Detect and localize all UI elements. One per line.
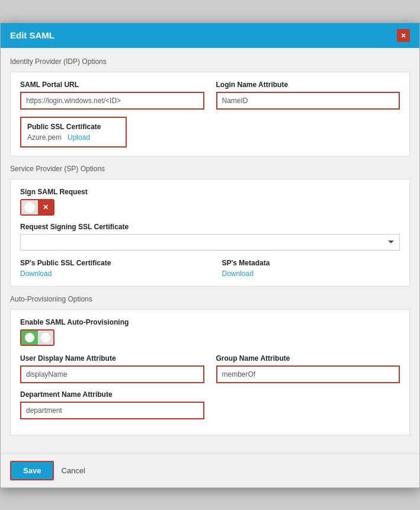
dept-name-input[interactable]	[20, 402, 204, 419]
toggle-circle-right	[41, 333, 50, 342]
user-display-input[interactable]	[20, 365, 204, 383]
user-display-group: User Display Name Attribute	[20, 354, 204, 383]
save-button[interactable]: Save	[10, 461, 54, 480]
sign-saml-toggle-container: ✕	[20, 199, 400, 216]
enable-toggle-container	[20, 329, 400, 346]
auto-prov-row1: User Display Name Attribute Group Name A…	[20, 354, 400, 383]
sp-public-ssl-col: SP's Public SSL Certificate Download	[20, 259, 198, 278]
login-name-label: Login Name Attribute	[216, 81, 400, 89]
sp-section-box: Sign SAML Request ✕ Request Signing SSL …	[10, 179, 410, 287]
enable-auto-prov-group: Enable SAML Auto-Provisioning	[20, 318, 400, 346]
saml-url-group: SAML Portal URL	[20, 81, 204, 110]
modal-body: Identity Provider (IDP) Options SAML Por…	[1, 48, 419, 453]
login-name-input[interactable]	[216, 92, 400, 110]
sp-public-ssl-label: SP's Public SSL Certificate	[20, 259, 198, 267]
ssl-upload-link[interactable]: Upload	[68, 133, 90, 142]
cancel-button[interactable]: Cancel	[61, 466, 85, 475]
sp-section-title: Service Provider (SP) Options	[10, 165, 410, 173]
saml-url-label: SAML Portal URL	[20, 81, 204, 89]
sp-metadata-col: SP's Metadata Download	[222, 259, 400, 278]
group-name-group: Group Name Attribute	[216, 354, 400, 383]
sign-saml-toggle[interactable]: ✕	[20, 199, 54, 216]
request-signing-group: Request Signing SSL Certificate	[20, 223, 400, 251]
sp-cert-row: SP's Public SSL Certificate Download SP'…	[20, 259, 400, 278]
sp-metadata-label: SP's Metadata	[222, 259, 400, 267]
group-name-input[interactable]	[216, 365, 400, 383]
auto-prov-section-title: Auto-Provisioning Options	[10, 295, 410, 303]
modal-title: Edit SAML	[10, 30, 54, 40]
dept-name-label: Department Name Attribute	[20, 390, 204, 399]
idp-form-row: SAML Portal URL Login Name Attribute	[20, 81, 400, 110]
request-signing-select[interactable]	[20, 234, 400, 251]
toggle-off-part: ✕	[38, 200, 53, 214]
idp-section-title: Identity Provider (IDP) Options	[10, 57, 410, 66]
sp-metadata-download[interactable]: Download	[222, 270, 254, 278]
auto-prov-section-box: Enable SAML Auto-Provisioning User Di	[10, 309, 410, 435]
toggle-right-part	[38, 331, 53, 345]
dept-name-group: Department Name Attribute	[20, 390, 204, 419]
sign-saml-label: Sign SAML Request	[20, 188, 400, 196]
toggle-circle	[24, 202, 35, 213]
ssl-cert-label: Public SSL Certificate	[27, 123, 120, 131]
modal-close-button[interactable]: ×	[397, 29, 410, 42]
idp-section-box: SAML Portal URL Login Name Attribute Pub…	[10, 72, 410, 156]
ssl-cert-filename: Azure.pem	[27, 133, 62, 142]
modal-header: Edit SAML ×	[1, 23, 419, 48]
toggle-circle-green	[25, 333, 34, 342]
sign-saml-group: Sign SAML Request ✕	[20, 188, 400, 216]
group-name-label: Group Name Attribute	[216, 354, 400, 363]
login-name-group: Login Name Attribute	[216, 81, 400, 110]
saml-url-input[interactable]	[20, 92, 204, 110]
enable-auto-prov-label: Enable SAML Auto-Provisioning	[20, 318, 400, 326]
request-signing-label: Request Signing SSL Certificate	[20, 223, 400, 231]
ssl-cert-box: Public SSL Certificate Azure.pem Upload	[20, 117, 127, 147]
ssl-cert-row: Azure.pem Upload	[27, 133, 120, 142]
sp-public-ssl-download[interactable]: Download	[20, 270, 52, 278]
auto-prov-row2: Department Name Attribute	[20, 390, 400, 419]
edit-saml-modal: Edit SAML × Identity Provider (IDP) Opti…	[0, 23, 420, 488]
user-display-label: User Display Name Attribute	[20, 354, 204, 363]
modal-footer: Save Cancel	[1, 453, 419, 487]
toggle-on-part	[21, 200, 38, 214]
toggle-green-part	[21, 331, 38, 345]
enable-auto-prov-toggle[interactable]	[20, 329, 54, 346]
